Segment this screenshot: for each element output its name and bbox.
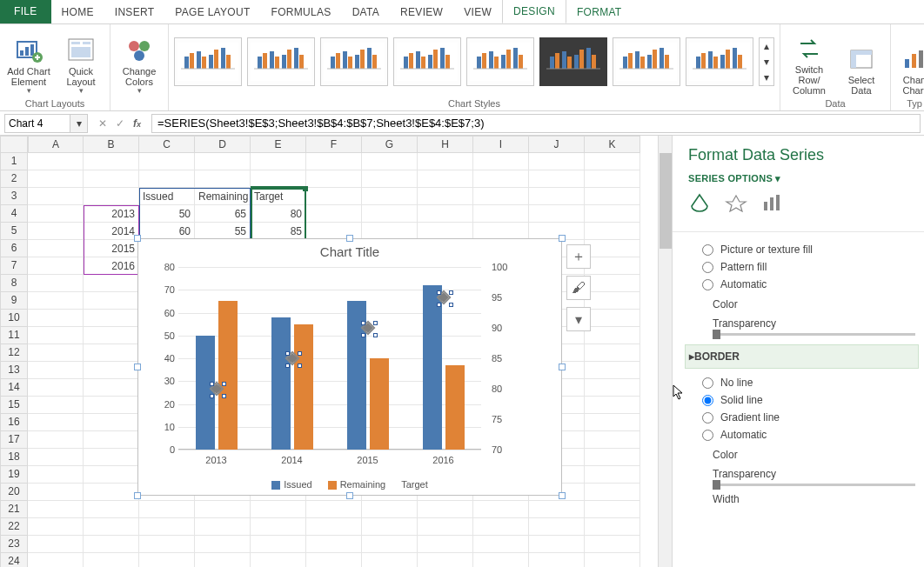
- row-header[interactable]: 22: [0, 518, 28, 536]
- column-header[interactable]: A: [28, 136, 84, 153]
- cell[interactable]: [585, 553, 640, 567]
- cell[interactable]: [418, 153, 473, 170]
- row-header[interactable]: 18: [0, 449, 28, 466]
- row-header[interactable]: 14: [0, 379, 28, 397]
- cell[interactable]: [585, 292, 640, 310]
- row-header[interactable]: 8: [0, 275, 28, 292]
- column-header[interactable]: H: [418, 136, 473, 153]
- resize-handle[interactable]: [559, 364, 566, 370]
- chart-elements-button[interactable]: ＋: [566, 244, 591, 269]
- legend-item-issued[interactable]: Issued: [271, 479, 311, 490]
- cell[interactable]: [473, 536, 529, 553]
- quick-layout-button[interactable]: Quick Layout: [57, 28, 104, 96]
- fill-picture-option[interactable]: Picture or texture fill: [688, 241, 915, 258]
- column-header[interactable]: G: [362, 136, 418, 153]
- tab-insert[interactable]: INSERT: [104, 1, 165, 23]
- cell[interactable]: [362, 170, 418, 188]
- cell[interactable]: [529, 223, 585, 240]
- border-solid-line-option[interactable]: Solid line: [688, 391, 915, 409]
- chart-styles-more[interactable]: ▴▾▾: [759, 37, 774, 86]
- cell[interactable]: [585, 188, 640, 205]
- row-header[interactable]: 23: [0, 536, 28, 553]
- resize-handle[interactable]: [134, 235, 141, 242]
- cell[interactable]: [84, 344, 139, 362]
- cell[interactable]: [473, 188, 529, 205]
- cell[interactable]: [418, 205, 473, 223]
- effects-tab[interactable]: [725, 193, 747, 212]
- cell[interactable]: [28, 327, 84, 344]
- tab-review[interactable]: REVIEW: [390, 1, 453, 23]
- cell[interactable]: [306, 223, 362, 240]
- cell[interactable]: [28, 484, 84, 501]
- column-header[interactable]: B: [84, 136, 139, 153]
- cell[interactable]: [195, 518, 251, 536]
- cell[interactable]: 85: [251, 223, 306, 240]
- cell[interactable]: [28, 275, 84, 292]
- cell[interactable]: [585, 466, 640, 484]
- row-headers[interactable]: 123456789101112131415161718192021222324: [0, 153, 28, 567]
- cell[interactable]: [585, 484, 640, 501]
- cell[interactable]: [418, 188, 473, 205]
- cell[interactable]: [473, 553, 529, 567]
- resize-handle[interactable]: [346, 492, 353, 499]
- bar-remaining[interactable]: [294, 324, 313, 450]
- cell[interactable]: 2014: [84, 223, 139, 240]
- chart-style-thumbnail[interactable]: [686, 37, 753, 86]
- cell[interactable]: [585, 501, 640, 518]
- column-header[interactable]: C: [139, 136, 195, 153]
- cell[interactable]: 2015: [84, 240, 139, 257]
- cell[interactable]: [529, 205, 585, 223]
- cell[interactable]: [84, 362, 139, 379]
- cell[interactable]: Remaining: [195, 188, 251, 205]
- legend-item-remaining[interactable]: Remaining: [328, 479, 386, 490]
- tab-page-layout[interactable]: PAGE LAYOUT: [164, 1, 260, 23]
- bar-issued[interactable]: [196, 336, 215, 450]
- cell[interactable]: [84, 414, 139, 431]
- row-header[interactable]: 17: [0, 431, 28, 449]
- column-header[interactable]: F: [306, 136, 362, 153]
- cell[interactable]: [362, 536, 418, 553]
- cell[interactable]: [28, 344, 84, 362]
- bar-issued[interactable]: [271, 317, 291, 450]
- name-box-input[interactable]: [5, 115, 70, 132]
- resize-handle[interactable]: [134, 364, 141, 370]
- cell[interactable]: [84, 484, 139, 501]
- cell[interactable]: Issued: [139, 188, 195, 205]
- cell[interactable]: [84, 553, 139, 567]
- cell[interactable]: [139, 553, 195, 567]
- cell[interactable]: [28, 362, 84, 379]
- fill-line-tab[interactable]: [688, 193, 711, 212]
- cell[interactable]: [251, 553, 306, 567]
- tab-file[interactable]: FILE: [0, 0, 51, 23]
- cell[interactable]: [529, 153, 585, 170]
- bar-remaining[interactable]: [445, 365, 465, 450]
- row-header[interactable]: 1: [0, 153, 28, 170]
- cell[interactable]: [28, 240, 84, 257]
- name-box-dropdown[interactable]: ▾: [70, 115, 87, 132]
- cell[interactable]: [195, 501, 251, 518]
- cell[interactable]: 2016: [84, 257, 139, 275]
- row-header[interactable]: 21: [0, 501, 28, 518]
- cell[interactable]: [362, 223, 418, 240]
- bar-remaining[interactable]: [218, 301, 238, 450]
- cell[interactable]: 80: [251, 205, 306, 223]
- scrollbar-thumb[interactable]: [660, 153, 672, 249]
- cell[interactable]: [473, 205, 529, 223]
- cell[interactable]: [585, 536, 640, 553]
- chart-style-thumbnail[interactable]: [320, 37, 388, 86]
- cell[interactable]: [585, 205, 640, 223]
- border-automatic-option[interactable]: Automatic: [688, 426, 915, 444]
- cell[interactable]: [418, 170, 473, 188]
- cell[interactable]: [306, 536, 362, 553]
- cell[interactable]: [28, 536, 84, 553]
- border-gradient-line-option[interactable]: Gradient line: [688, 409, 915, 426]
- cell[interactable]: [84, 310, 139, 327]
- cell[interactable]: 65: [195, 205, 251, 223]
- cell[interactable]: [84, 170, 139, 188]
- cell[interactable]: [473, 153, 529, 170]
- cell[interactable]: [251, 153, 306, 170]
- cell[interactable]: [473, 518, 529, 536]
- cell[interactable]: [84, 188, 139, 205]
- cell[interactable]: 2013: [84, 205, 139, 223]
- row-header[interactable]: 13: [0, 362, 28, 379]
